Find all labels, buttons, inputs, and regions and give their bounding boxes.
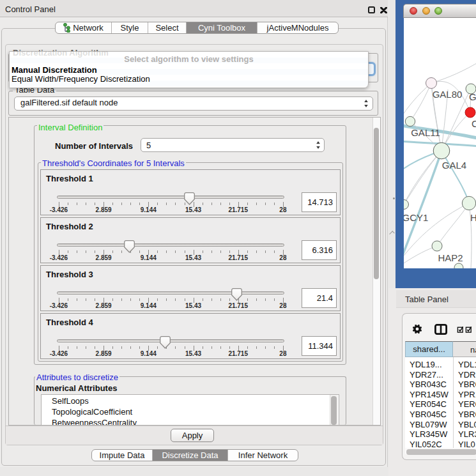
svg-text:GAL4: GAL4 <box>442 160 466 171</box>
svg-text:GAL11: GAL11 <box>411 127 440 138</box>
svg-text:C: C <box>472 118 476 129</box>
svg-text:GCY1: GCY1 <box>404 212 428 223</box>
svg-text:GAL80: GAL80 <box>433 89 463 100</box>
svg-text:HAP2: HAP2 <box>438 252 463 263</box>
svg-text:GA: GA <box>469 91 476 102</box>
svg-text:H: H <box>470 212 476 223</box>
